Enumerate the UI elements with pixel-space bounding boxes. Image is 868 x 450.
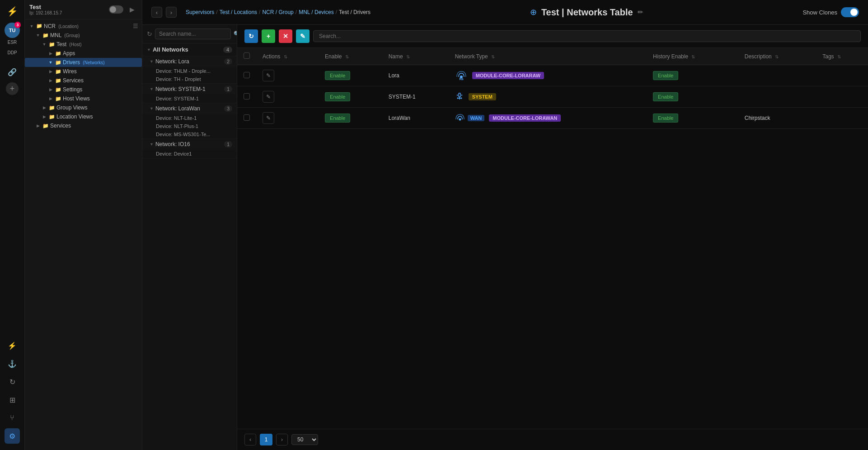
pagination: ‹ 1 › 10 20 50 100 [237, 429, 868, 450]
td-select-lorawan[interactable] [237, 108, 256, 129]
breadcrumb-test-locations[interactable]: Test / Locations [220, 9, 257, 15]
all-networks-header[interactable]: ▼ All Networks 4 [142, 43, 237, 56]
sort-enable-icon: ⇅ [345, 54, 349, 59]
sidebar-item-services-top[interactable]: ▶ 📁 Services [25, 121, 142, 130]
network-type-cell-lora: Ra MODULE-CORE-LORARAW [455, 71, 640, 81]
select-all-checkbox[interactable] [244, 52, 250, 59]
lora-group-count: 2 [224, 58, 232, 65]
edit-lorawan-button[interactable]: ✎ [263, 112, 274, 124]
link-icon[interactable]: 🔗 [5, 64, 20, 80]
device-thlm[interactable]: Device: THLM - Drople... [142, 67, 237, 75]
td-select-system1[interactable] [237, 86, 256, 108]
sidebar-label-host-views: Host Views [63, 95, 90, 102]
sidebar-item-services[interactable]: ▶ 📁 Services [25, 76, 142, 85]
sidebar-item-wires[interactable]: ▶ 📁 Wires [25, 67, 142, 76]
edit-lora-button[interactable]: ✎ [263, 70, 274, 81]
sidebar-item-location-views[interactable]: ▶ 📁 Location Views [25, 112, 142, 121]
current-page-number[interactable]: 1 [260, 434, 272, 445]
breadcrumb-ncr-group[interactable]: NCR / Group [262, 9, 293, 15]
select-lora-checkbox[interactable] [244, 72, 250, 78]
select-system1-checkbox[interactable] [244, 93, 250, 99]
th-enable[interactable]: Enable ⇅ [319, 48, 382, 65]
all-networks-chevron: ▼ [147, 47, 151, 52]
td-description-lorawan: Chirpstack [738, 108, 816, 129]
sidebar-ip: Ip: 192.168.15.7 [29, 10, 62, 15]
edit-system1-button[interactable]: ✎ [263, 91, 274, 103]
sidebar-item-ncr[interactable]: ▼ 📁 NCR (Location) ☰ [25, 21, 142, 31]
network-group-lora-header[interactable]: ▼ Network: Lora 2 [142, 56, 237, 67]
branch-icon[interactable]: ⑂ [5, 410, 20, 426]
network-group-io16-header[interactable]: ▼ Network: IO16 1 [142, 139, 237, 150]
page-size-select[interactable]: 10 20 50 100 [291, 434, 318, 445]
sidebar-toggle[interactable] [109, 5, 123, 14]
refresh-button[interactable]: ↻ [244, 29, 258, 43]
th-network-type[interactable]: Network Type ⇅ [449, 48, 647, 65]
td-enable-lora: Enable [319, 65, 382, 86]
chevron-test: ▼ [41, 41, 47, 47]
td-actions-lora: ✎ [256, 65, 319, 86]
device-th-droplet[interactable]: Device: TH - Droplet [142, 75, 237, 83]
device-nlt-lite[interactable]: Device: NLT-Lite-1 [142, 114, 237, 122]
add-button[interactable]: + [262, 29, 275, 43]
sidebar-label-wires: Wires [63, 68, 77, 75]
plug-icon[interactable]: ⚡ [5, 338, 20, 353]
chevron-host-views: ▶ [47, 95, 54, 102]
sidebar-item-drivers[interactable]: ▼ 📁 Drivers (Networks) [25, 58, 142, 67]
svg-text:Ra: Ra [459, 77, 463, 81]
prev-page-button[interactable]: ‹ [244, 434, 256, 445]
system1-group-count: 1 [224, 86, 232, 92]
sidebar-collapse-button[interactable]: ▶ [127, 5, 137, 14]
page-title-edit-icon[interactable]: ✏ [638, 8, 643, 16]
icon-rail: ⚡ TU 3 ESR DDP 🔗 + ⚡ ⚓ ↻ ⊞ ⑂ ⚙ [0, 0, 25, 450]
network-group-system1-header[interactable]: ▼ Network: SYSTEM-1 1 [142, 84, 237, 95]
network-panel-refresh-icon[interactable]: ↻ [147, 30, 152, 38]
nav-back-button[interactable]: ‹ [151, 7, 162, 18]
rail-add-button[interactable]: + [6, 82, 19, 95]
refresh-icon[interactable]: ↻ [5, 374, 20, 389]
networks-table: Actions ⇅ Enable ⇅ Name ⇅ [237, 48, 868, 129]
network-panel: ↻ 🔍 ▼ All Networks 4 ▼ Network: Lora 2 D… [142, 25, 237, 450]
grid-icon[interactable]: ⊞ [5, 392, 20, 407]
th-select-all[interactable] [237, 48, 256, 65]
sidebar-item-host-views[interactable]: ▶ 📁 Host Views [25, 94, 142, 103]
app-logo-icon[interactable]: ⚡ [5, 4, 20, 19]
sidebar-label-ncr: NCR (Location) [44, 23, 79, 29]
th-description[interactable]: Description ⇅ [738, 48, 816, 65]
show-clones-toggle[interactable] [841, 7, 859, 17]
th-tags[interactable]: Tags ⇅ [816, 48, 868, 65]
edit-table-button[interactable]: ✎ [296, 29, 310, 43]
device-ms-ws301[interactable]: Device: MS-WS301-Te... [142, 130, 237, 138]
device-device1[interactable]: Device: Device1 [142, 150, 237, 158]
th-history-enable[interactable]: History Enable ⇅ [647, 48, 738, 65]
network-panel-search-icon[interactable]: 🔍 [234, 31, 237, 37]
select-lorawan-checkbox[interactable] [244, 114, 250, 121]
network-panel-search-input[interactable] [155, 28, 231, 39]
next-page-button[interactable]: › [276, 434, 288, 445]
breadcrumb-supervisors[interactable]: Supervisors [186, 9, 214, 15]
breadcrumb-mnl-devices[interactable]: MNL / Devices [299, 9, 334, 15]
th-actions[interactable]: Actions ⇅ [256, 48, 319, 65]
sidebar-item-mnl[interactable]: ▼ 📁 MNL (Group) [25, 31, 142, 40]
device-system1[interactable]: Device: SYSTEM-1 [142, 95, 237, 103]
network-group-lorawan-header[interactable]: ▼ Network: LoraWan 3 [142, 103, 237, 114]
th-name[interactable]: Name ⇅ [382, 48, 449, 65]
history-enable-badge-system1: Enable [653, 92, 678, 101]
sidebar-item-group-views[interactable]: ▶ 📁 Group Views [25, 103, 142, 112]
td-select-lora[interactable] [237, 65, 256, 86]
delete-button[interactable]: ✕ [279, 29, 292, 43]
sidebar-item-apps[interactable]: ▶ 📁 Apps [25, 49, 142, 58]
user-avatar-tu[interactable]: TU 3 [5, 23, 20, 38]
device-nlt-plus[interactable]: Device: NLT-Plus-1 [142, 122, 237, 130]
table-search-input[interactable] [313, 30, 861, 42]
sidebar-item-test[interactable]: ▼ 📁 Test (Host) [25, 40, 142, 49]
hamburger-ncr-icon[interactable]: ☰ [133, 23, 138, 29]
td-name-lorawan: LoraWan [382, 108, 449, 129]
anchor-icon[interactable]: ⚓ [5, 356, 20, 371]
sidebar-item-settings[interactable]: ▶ 📁 Settings [25, 85, 142, 94]
topbar-nav: ‹ › [151, 7, 177, 18]
gear-icon[interactable]: ⚙ [5, 428, 20, 444]
nav-forward-button[interactable]: › [166, 7, 177, 18]
td-network-type-system1: SYSTEM [449, 86, 647, 108]
td-actions-lorawan: ✎ [256, 108, 319, 129]
table-header-row: Actions ⇅ Enable ⇅ Name ⇅ [237, 48, 868, 65]
